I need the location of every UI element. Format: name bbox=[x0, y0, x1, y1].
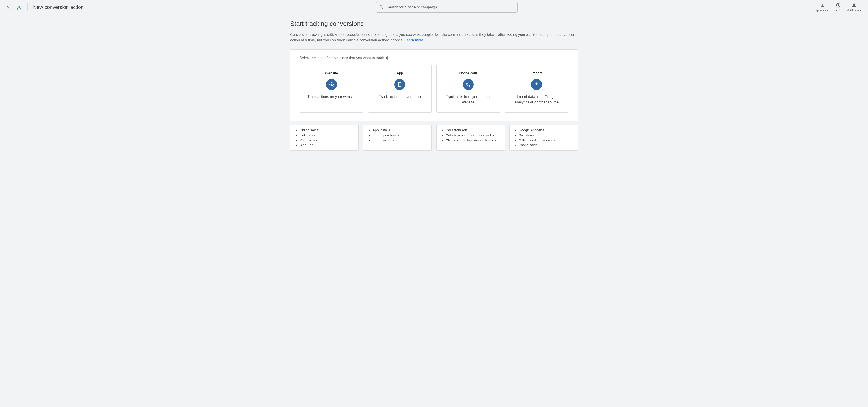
list-item: App installs bbox=[373, 128, 428, 133]
card-desc: Track actions on your website bbox=[307, 94, 355, 99]
notifications-label: Notifications bbox=[847, 9, 862, 12]
divider bbox=[27, 3, 28, 11]
list-item: Offline lead conversions bbox=[519, 138, 574, 143]
appearance-button[interactable]: Appearance bbox=[815, 2, 830, 12]
header: New conversion action Appearance Help bbox=[0, 0, 868, 14]
learn-more-link[interactable]: Learn more bbox=[405, 38, 424, 42]
card-title: App bbox=[397, 71, 403, 76]
list-item: Online sales bbox=[300, 128, 355, 133]
lead-body: Conversion tracking is critical to succe… bbox=[290, 33, 575, 42]
help-icon bbox=[836, 2, 841, 8]
appearance-icon bbox=[820, 2, 825, 8]
list-item: Calls to a number on your website bbox=[446, 133, 501, 138]
upload-icon bbox=[531, 79, 542, 90]
help-label: Help bbox=[836, 9, 841, 12]
selection-panel: Select the kind of conversions that you … bbox=[290, 49, 578, 121]
app-install-icon bbox=[394, 79, 405, 90]
search-input[interactable] bbox=[387, 5, 515, 9]
search-box[interactable] bbox=[376, 2, 518, 12]
list-item: Calls from ads bbox=[446, 128, 501, 133]
card-desc: Track actions on your app bbox=[379, 94, 421, 99]
card-app[interactable]: App Track actions on your app bbox=[368, 65, 432, 113]
bell-icon bbox=[851, 2, 857, 8]
appearance-label: Appearance bbox=[815, 9, 830, 12]
page-heading: Start tracking conversions bbox=[290, 20, 578, 27]
svg-point-0 bbox=[17, 8, 19, 9]
list-item: Link clicks bbox=[300, 133, 355, 138]
google-ads-logo bbox=[14, 3, 24, 12]
lead-text: Conversion tracking is critical to succe… bbox=[290, 32, 578, 43]
examples-app: App installs In-app purchases In-app act… bbox=[363, 125, 432, 150]
info-icon[interactable] bbox=[386, 56, 390, 60]
list-item: Salesforce bbox=[519, 133, 574, 138]
card-website[interactable]: Website Track actions on your website bbox=[300, 65, 364, 113]
search-icon bbox=[379, 5, 384, 10]
list-item: Clicks on number on mobile sites bbox=[446, 138, 501, 143]
list-item: In-app purchases bbox=[373, 133, 428, 138]
card-phone-calls[interactable]: Phone calls Track calls from your ads or… bbox=[436, 65, 500, 113]
examples-phone: Calls from ads Calls to a number on your… bbox=[436, 125, 505, 150]
page-title: New conversion action bbox=[33, 4, 84, 10]
close-icon bbox=[6, 5, 10, 9]
list-item: In-app actions bbox=[373, 138, 428, 143]
panel-label: Select the kind of conversions that you … bbox=[300, 56, 568, 60]
header-right: Appearance Help Notifications bbox=[815, 2, 864, 12]
list-item: Page views bbox=[300, 138, 355, 143]
cards-row: Website Track actions on your website Ap… bbox=[300, 65, 568, 113]
card-title: Website bbox=[325, 71, 338, 76]
card-desc: Track calls from your ads or website bbox=[441, 94, 495, 105]
search-wrap bbox=[85, 2, 808, 12]
help-button[interactable]: Help bbox=[836, 2, 841, 12]
phone-icon bbox=[463, 79, 474, 90]
card-title: Import bbox=[531, 71, 542, 76]
notifications-button[interactable]: Notifications bbox=[847, 2, 862, 12]
list-item: Google Analytics bbox=[519, 128, 574, 133]
card-import[interactable]: Import Import data from Google Analytics… bbox=[505, 65, 569, 113]
examples-import: Google Analytics Salesforce Offline lead… bbox=[509, 125, 578, 150]
list-item: Phone sales bbox=[519, 143, 574, 148]
close-button[interactable] bbox=[4, 3, 13, 12]
examples-row: Online sales Link clicks Page views Sign… bbox=[290, 125, 578, 150]
content: Start tracking conversions Conversion tr… bbox=[281, 14, 587, 159]
panel-label-text: Select the kind of conversions that you … bbox=[300, 56, 385, 60]
examples-website: Online sales Link clicks Page views Sign… bbox=[290, 125, 359, 150]
card-desc: Import data from Google Analytics or ano… bbox=[509, 94, 564, 105]
cursor-click-icon bbox=[326, 79, 337, 90]
card-title: Phone calls bbox=[459, 71, 477, 76]
list-item: Sign-ups bbox=[300, 143, 355, 148]
